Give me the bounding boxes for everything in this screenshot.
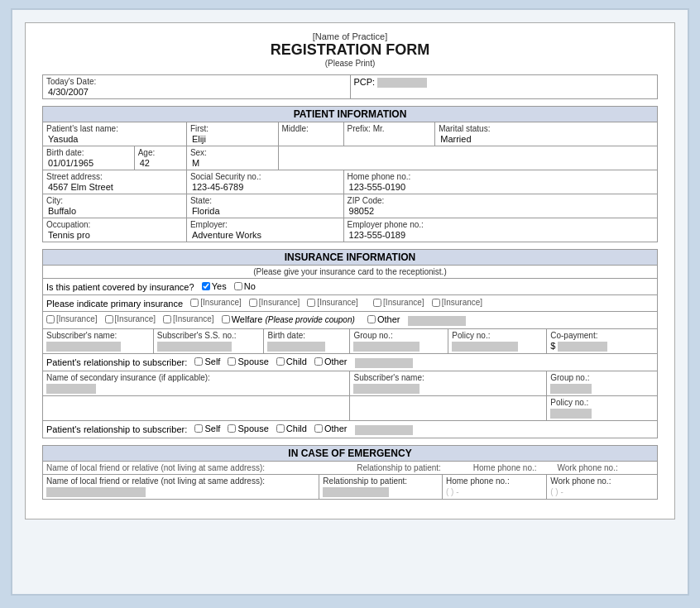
copay-field <box>558 342 607 352</box>
child-checkbox[interactable] <box>276 357 285 366</box>
ssn-value: 123-45-6789 <box>190 182 340 192</box>
no-checkbox-item[interactable]: No <box>234 281 256 291</box>
spouse2-checkbox[interactable] <box>228 424 236 433</box>
middle-label: Middle: <box>282 124 340 133</box>
ins7-item[interactable]: [Insurance] <box>105 314 156 323</box>
self2-checkbox[interactable] <box>194 424 203 433</box>
ins2-checkbox[interactable] <box>249 299 257 307</box>
ins7-label: [Insurance] <box>115 314 156 323</box>
self-checkbox[interactable] <box>194 357 203 366</box>
zip-value: 98052 <box>348 206 654 216</box>
ins7-checkbox[interactable] <box>105 315 113 323</box>
secondary-group-field <box>550 384 592 394</box>
ins2-item[interactable]: [Insurance] <box>249 298 300 307</box>
ins8-item[interactable]: [Insurance] <box>163 314 213 323</box>
other-primary-item[interactable]: Other <box>367 314 400 324</box>
occupation-label: Occupation: <box>46 220 183 229</box>
secondary-policy-field <box>550 409 592 419</box>
ins1-label: [Insurance] <box>200 298 241 307</box>
friend-field <box>46 487 146 497</box>
date-value: 4/30/2007 <box>46 87 347 97</box>
welfare-label: Welfare (Please provide coupon) <box>232 314 355 324</box>
self-label: Self <box>204 357 220 366</box>
self2-item[interactable]: Self <box>194 424 220 433</box>
yes-checkbox-item[interactable]: Yes <box>202 281 227 291</box>
first-name-value: Eliji <box>190 134 275 144</box>
other-rel-field <box>355 358 413 368</box>
no-checkbox[interactable] <box>234 282 242 290</box>
work-phone-format: ( ) - <box>550 487 563 496</box>
ins4-label: [Insurance] <box>383 298 424 307</box>
ins6-item[interactable]: [Insurance] <box>46 314 97 323</box>
emg-rel-field <box>323 487 389 497</box>
group-no-field <box>353 342 420 352</box>
form-header: [Name of Practice] REGISTRATION FORM (Pl… <box>42 31 658 68</box>
secondary-ins-label: Name of secondary insurance (if applicab… <box>46 373 346 382</box>
birth-value: 01/01/1965 <box>46 158 131 168</box>
age-label: Age: <box>138 148 183 157</box>
ins3-checkbox[interactable] <box>307 299 315 307</box>
ins4-item[interactable]: [Insurance] <box>373 298 424 307</box>
home-phone-label: Home phone no.: <box>348 172 654 181</box>
other2-checkbox[interactable] <box>314 424 323 433</box>
birth-label: Birth date: <box>46 148 131 157</box>
other-primary-field <box>408 316 466 326</box>
spouse2-label: Spouse <box>237 424 268 433</box>
practice-name: [Name of Practice] <box>42 31 658 41</box>
zip-label: ZIP Code: <box>348 196 654 205</box>
spouse-item[interactable]: Spouse <box>228 357 268 366</box>
form-title: REGISTRATION FORM <box>42 41 658 59</box>
child2-item[interactable]: Child <box>276 424 307 433</box>
first-label: First: <box>190 124 275 133</box>
welfare-checkbox[interactable] <box>222 315 230 323</box>
secondary-sub-label: Subscriber's name: <box>353 373 543 382</box>
patient-section-header: PATIENT INFORMATION <box>43 107 658 122</box>
form-container: [Name of Practice] REGISTRATION FORM (Pl… <box>25 22 675 519</box>
print-note: (Please Print) <box>42 59 658 68</box>
home-phone-value: 123-555-0190 <box>348 182 654 192</box>
employer-label: Employer: <box>190 220 340 229</box>
city-value: Buffalo <box>46 206 183 216</box>
welfare-item[interactable]: Welfare (Please provide coupon) <box>222 314 355 324</box>
ins8-label: [Insurance] <box>173 314 213 323</box>
child-item[interactable]: Child <box>276 357 307 366</box>
insurance-section-header: INSURANCE INFORMATION <box>43 250 658 266</box>
spouse-checkbox[interactable] <box>228 357 236 366</box>
other2-label: Other <box>324 424 348 433</box>
yes-checkbox[interactable] <box>202 282 210 290</box>
emg-home-label: Home phone no.: <box>473 463 537 472</box>
work-phone-label-cell: Work phone no.: <box>550 476 654 486</box>
self2-label: Self <box>204 424 220 433</box>
ins1-item[interactable]: [Insurance] <box>190 298 241 307</box>
ins6-checkbox[interactable] <box>46 315 55 323</box>
spouse2-item[interactable]: Spouse <box>228 424 268 433</box>
ins1-checkbox[interactable] <box>190 299 199 307</box>
pcp-field <box>377 78 427 88</box>
ins8-checkbox[interactable] <box>163 315 171 323</box>
other-rel-checkbox[interactable] <box>314 357 323 366</box>
state-value: Florida <box>190 206 340 216</box>
yes-label: Yes <box>212 281 227 291</box>
other-primary-checkbox[interactable] <box>367 315 376 323</box>
child2-checkbox[interactable] <box>276 424 285 433</box>
ins5-checkbox[interactable] <box>432 299 440 307</box>
friend-label: Name of local friend or relative (not li… <box>46 463 265 472</box>
friend-label-cell: Name of local friend or relative (not li… <box>46 476 315 486</box>
ins4-checkbox[interactable] <box>373 299 381 307</box>
pcp-label: PCP: <box>354 77 376 87</box>
occupation-value: Tennis pro <box>46 230 183 240</box>
self-item[interactable]: Self <box>194 357 220 366</box>
other2-item[interactable]: Other <box>314 424 348 433</box>
other-primary-label: Other <box>377 314 400 324</box>
employer-phone-value: 123-555-0189 <box>348 230 654 240</box>
sex-label: Sex: <box>190 148 275 157</box>
ins3-item[interactable]: [Insurance] <box>307 298 357 307</box>
child2-label: Child <box>286 424 307 433</box>
prefix-label: Prefix: Mr. <box>348 124 432 133</box>
other-rel-item[interactable]: Other <box>314 357 348 366</box>
secondary-sub-field <box>353 384 420 394</box>
policy-no-label: Policy no.: <box>452 331 543 340</box>
ins5-item[interactable]: [Insurance] <box>432 298 482 307</box>
group-no-label: Group no.: <box>353 331 444 340</box>
sex-value: M <box>190 158 275 168</box>
